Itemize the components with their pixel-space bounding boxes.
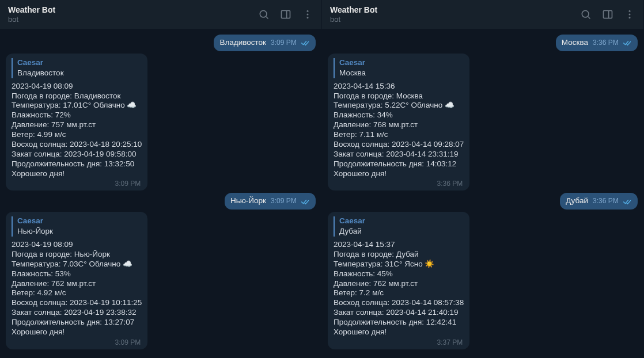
message-body-line: 2023-04-14 15:37 xyxy=(334,240,464,250)
message-body-line: Хорошего дня! xyxy=(12,327,142,337)
reply-preview[interactable]: Caesar Владивосток xyxy=(12,58,142,78)
message-body-line: Закат солнца: 2023-04-19 09:58:00 xyxy=(12,150,142,159)
svg-point-4 xyxy=(307,10,309,12)
message-time: 3:36 PM xyxy=(593,39,632,47)
svg-rect-9 xyxy=(604,10,612,18)
reply-author: Caesar xyxy=(339,58,464,68)
svg-point-7 xyxy=(582,10,589,17)
message-body-line: Влажность: 53% xyxy=(12,269,142,279)
message-body-line: Погода в городе: Владивосток xyxy=(12,92,142,101)
message-time: 3:09 PM xyxy=(271,197,310,205)
reply-preview[interactable]: Caesar Нью-Йорк xyxy=(12,216,142,237)
message-body-line: Хорошего дня! xyxy=(12,169,142,179)
message-body-line: Температура: 17.01C° Облачно ☁️ xyxy=(12,101,142,111)
message-body-line: Ветер: 7.2 м/с xyxy=(334,288,464,298)
reply-author: Caesar xyxy=(339,216,464,226)
svg-point-11 xyxy=(629,10,631,12)
message-body-line: Ветер: 4.92 м/с xyxy=(12,288,142,298)
message-body-line: Погода в городе: Москва xyxy=(334,92,464,101)
reply-text: Москва xyxy=(339,68,464,78)
message-body-line: Давление: 762 мм.рт.ст xyxy=(334,279,464,289)
svg-point-0 xyxy=(260,10,267,17)
reply-preview[interactable]: Caesar Москва xyxy=(334,58,464,78)
message-bubble: Дубай 3:36 PM xyxy=(560,193,638,210)
svg-line-8 xyxy=(588,17,590,19)
message-time: 3:37 PM xyxy=(334,338,464,347)
outgoing-message[interactable]: Нью-Йорк 3:09 PM xyxy=(6,193,316,210)
chat-messages[interactable]: Москва 3:36 PM Caesar Москва 2023-04-14 … xyxy=(322,29,643,358)
message-body-line: Продолжительность дня: 13:27:07 xyxy=(12,318,142,327)
message-bubble: Москва 3:36 PM xyxy=(556,35,638,51)
message-time: 3:09 PM xyxy=(271,39,310,47)
message-body-line: 2023-04-14 15:36 xyxy=(334,82,464,92)
message-text: Нью-Йорк xyxy=(230,196,266,206)
message-body-line: Давление: 757 мм.рт.ст xyxy=(12,120,142,130)
message-body-line: Продолжительность дня: 14:03:12 xyxy=(334,159,464,169)
message-body-line: Закат солнца: 2023-04-14 21:40:19 xyxy=(334,308,464,318)
outgoing-message[interactable]: Владивосток 3:09 PM xyxy=(6,35,316,51)
chat-pane-left: Weather Bot bot Владивосток 3:09 PM xyxy=(0,0,322,358)
svg-line-1 xyxy=(266,17,268,19)
message-bubble: Caesar Нью-Йорк 2023-04-19 08:09 Погода … xyxy=(6,212,147,349)
message-body-line: Продолжительность дня: 13:32:50 xyxy=(12,159,142,169)
chat-messages[interactable]: Владивосток 3:09 PM Caesar Владивосток 2… xyxy=(0,29,321,358)
message-body-line: Температура: 31C° Ясно ☀️ xyxy=(334,260,464,269)
message-bubble: Caesar Дубай 2023-04-14 15:37 Погода в г… xyxy=(328,212,469,349)
svg-rect-2 xyxy=(282,10,290,18)
message-body-line: Влажность: 34% xyxy=(334,111,464,120)
reply-preview[interactable]: Caesar Дубай xyxy=(334,216,464,237)
message-body-line: Ветер: 4.99 м/с xyxy=(12,130,142,140)
message-body-line: Закат солнца: 2023-04-19 23:38:32 xyxy=(12,308,142,318)
search-icon[interactable] xyxy=(258,9,270,20)
message-body-line: Влажность: 45% xyxy=(334,269,464,279)
chat-subtitle: bot xyxy=(8,15,258,24)
incoming-message[interactable]: Caesar Владивосток 2023-04-19 08:09 Пого… xyxy=(6,54,316,191)
message-body-line: Ветер: 7.11 м/с xyxy=(334,130,464,140)
reply-text: Дубай xyxy=(339,227,464,237)
message-bubble: Владивосток 3:09 PM xyxy=(214,35,316,51)
svg-point-13 xyxy=(629,17,631,18)
chat-title: Weather Bot xyxy=(8,5,258,14)
message-body-line: Влажность: 72% xyxy=(12,111,142,120)
message-body-line: Температура: 5.22C° Облачно ☁️ xyxy=(334,101,464,111)
sidebar-icon[interactable] xyxy=(280,9,291,20)
outgoing-message[interactable]: Дубай 3:36 PM xyxy=(328,193,638,210)
read-ticks-icon xyxy=(623,39,632,47)
search-icon[interactable] xyxy=(580,9,592,20)
message-time: 3:36 PM xyxy=(593,197,632,205)
outgoing-message[interactable]: Москва 3:36 PM xyxy=(328,35,638,51)
reply-author: Caesar xyxy=(17,216,142,226)
svg-point-6 xyxy=(307,17,309,18)
message-body-line: Давление: 768 мм.рт.ст xyxy=(334,120,464,130)
message-body-line: Восход солнца: 2023-04-14 08:57:38 xyxy=(334,298,464,308)
message-bubble: Caesar Москва 2023-04-14 15:36 Погода в … xyxy=(328,54,469,191)
more-icon[interactable] xyxy=(624,9,635,20)
incoming-message[interactable]: Caesar Нью-Йорк 2023-04-19 08:09 Погода … xyxy=(6,212,316,349)
read-ticks-icon xyxy=(301,39,310,47)
reply-author: Caesar xyxy=(17,58,142,68)
message-text: Москва xyxy=(562,38,588,48)
message-body-line: Хорошего дня! xyxy=(334,327,464,337)
svg-point-12 xyxy=(629,14,631,16)
incoming-message[interactable]: Caesar Дубай 2023-04-14 15:37 Погода в г… xyxy=(328,212,638,349)
message-body-line: 2023-04-19 08:09 xyxy=(12,82,142,92)
chat-header-text: Weather Bot bot xyxy=(8,5,258,24)
svg-point-5 xyxy=(307,14,309,16)
message-time: 3:09 PM xyxy=(12,180,142,188)
header-icons xyxy=(258,9,313,20)
reply-text: Владивосток xyxy=(17,68,142,78)
chat-header[interactable]: Weather Bot bot xyxy=(0,0,321,29)
message-time: 3:09 PM xyxy=(12,338,142,347)
message-text: Дубай xyxy=(566,196,588,206)
chat-header-text: Weather Bot bot xyxy=(330,5,580,24)
chat-title: Weather Bot xyxy=(330,5,580,14)
chat-header[interactable]: Weather Bot bot xyxy=(322,0,643,29)
incoming-message[interactable]: Caesar Москва 2023-04-14 15:36 Погода в … xyxy=(328,54,638,191)
more-icon[interactable] xyxy=(302,9,313,20)
sidebar-icon[interactable] xyxy=(602,9,613,20)
header-icons xyxy=(580,9,635,20)
message-body-line: Погода в городе: Нью-Йорк xyxy=(12,250,142,260)
message-bubble: Нью-Йорк 3:09 PM xyxy=(225,193,316,210)
message-body-line: Восход солнца: 2023-04-19 10:11:25 xyxy=(12,298,142,308)
message-body-line: Восход солнца: 2023-04-18 20:25:10 xyxy=(12,140,142,150)
